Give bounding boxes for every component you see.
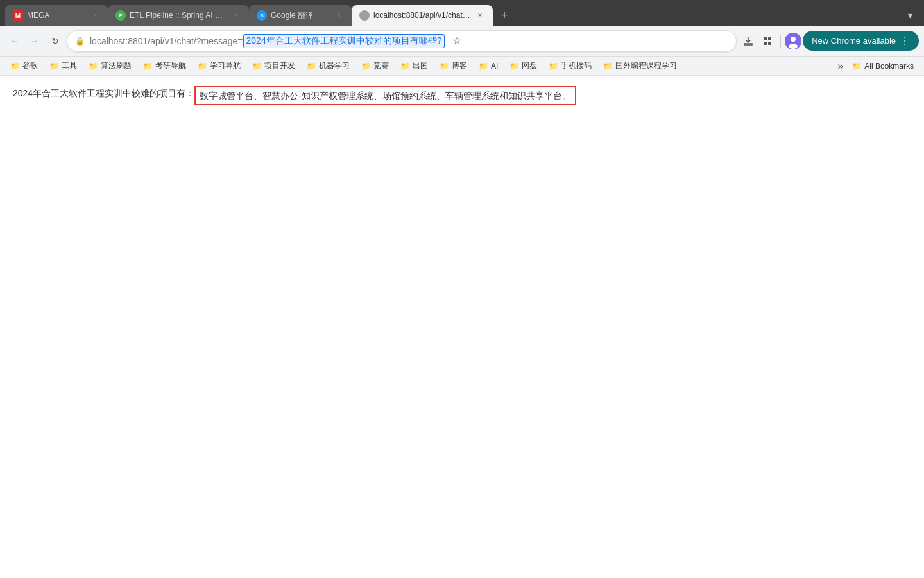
bookmark-label-contest: 竞赛 <box>373 60 389 71</box>
bookmark-label-study-nav: 考研导航 <box>155 60 186 71</box>
folder-icon-google: 📁 <box>10 62 20 71</box>
bookmark-project[interactable]: 📁 项目开发 <box>247 59 300 73</box>
tab-label-localhost: localhost:8801/api/v1/chat/?m... <box>373 11 471 20</box>
url-display: localhost:8801/api/v1/chat/?message=2024… <box>90 34 445 48</box>
svg-point-9 <box>791 37 796 42</box>
bookmark-label-blog: 博客 <box>452 60 467 71</box>
folder-icon-blog: 📁 <box>440 62 449 71</box>
svg-rect-6 <box>764 42 767 45</box>
new-chrome-button[interactable]: New Chrome available ⋮ <box>803 31 919 51</box>
bookmark-contest[interactable]: 📁 竞赛 <box>356 59 394 73</box>
download-icon[interactable] <box>739 32 757 50</box>
bookmark-label-ai: AI <box>491 62 498 71</box>
tab-close-localhost[interactable]: × <box>475 10 485 21</box>
tab-localhost[interactable]: localhost:8801/api/v1/chat/?m... × <box>352 5 493 26</box>
tab-favicon-mega: M <box>13 10 23 21</box>
folder-icon-tools: 📁 <box>49 62 59 71</box>
folder-icon-project: 📁 <box>252 62 262 71</box>
svg-rect-7 <box>768 42 771 45</box>
url-prefix: localhost:8801/api/v1/chat/?message= <box>90 36 243 46</box>
bookmark-phone[interactable]: 📁 手机接码 <box>543 59 597 73</box>
bookmark-label-project: 项目开发 <box>264 60 295 71</box>
back-button[interactable]: ← <box>5 32 23 50</box>
bookmark-label-phone: 手机接码 <box>561 60 592 71</box>
forward-button[interactable]: → <box>26 32 44 50</box>
tab-label-mega: MEGA <box>27 11 86 20</box>
folder-icon-study-nav: 📁 <box>143 62 153 71</box>
tab-favicon-etl: E <box>116 10 126 21</box>
tab-bar: M MEGA × E ETL Pipeline :: Spring AI Ref… <box>0 0 924 26</box>
bookmark-google[interactable]: 📁 谷歌 <box>5 59 43 73</box>
bookmarks-more-button[interactable]: » <box>835 59 846 73</box>
folder-icon-all: 📁 <box>852 62 862 71</box>
bookmark-blog[interactable]: 📁 博客 <box>434 59 472 73</box>
page-content: 2024年合工大软件工程实训中较难的项目有： 数字城管平台、智慧办公-知识产权管… <box>0 76 924 116</box>
bookmark-star-icon[interactable]: ☆ <box>452 35 461 47</box>
new-chrome-badge-icon: ⋮ <box>900 35 910 47</box>
folder-icon-abroad: 📁 <box>400 62 410 71</box>
toolbar: ← → ↻ 🔒 localhost:8801/api/v1/chat/?mess… <box>0 26 924 57</box>
bookmark-label-ml: 机器学习 <box>319 60 350 71</box>
new-chrome-label: New Chrome available <box>812 36 896 46</box>
toolbar-right: New Chrome available ⋮ <box>739 31 919 51</box>
svg-rect-5 <box>768 37 771 40</box>
all-bookmarks-label: All Bookmarks <box>864 62 914 71</box>
folder-icon-foreign-coding: 📁 <box>603 62 613 71</box>
reload-button[interactable]: ↻ <box>46 32 64 50</box>
extensions-icon[interactable] <box>758 32 776 50</box>
bookmark-label-learn-nav: 学习导航 <box>210 60 241 71</box>
bookmark-study-nav[interactable]: 📁 考研导航 <box>138 59 191 73</box>
svg-text:G: G <box>260 13 264 18</box>
page-response: 2024年合工大软件工程实训中较难的项目有： 数字城管平台、智慧办公-知识产权管… <box>13 86 911 105</box>
bookmark-ai[interactable]: 📁 AI <box>474 60 503 72</box>
tab-mega[interactable]: M MEGA × <box>5 5 108 26</box>
bookmark-label-drive: 网盘 <box>522 60 537 71</box>
url-query: 2024年合工大软件工程实训中较难的项目有哪些? <box>243 34 445 48</box>
svg-point-10 <box>789 44 798 49</box>
tab-label-etl: ETL Pipeline :: Spring AI Refe... <box>130 11 227 20</box>
bookmark-label-abroad: 出国 <box>413 60 428 71</box>
bookmark-label-tools: 工具 <box>62 60 77 71</box>
folder-icon-algo: 📁 <box>89 62 98 71</box>
bookmarks-bar: 📁 谷歌 📁 工具 📁 算法刷题 📁 考研导航 📁 学习导航 📁 项目开发 📁 … <box>0 57 924 76</box>
bookmark-ml[interactable]: 📁 机器学习 <box>302 59 355 73</box>
tab-expand-button[interactable]: ▾ <box>901 6 919 24</box>
tab-close-etl[interactable]: × <box>231 10 241 21</box>
bookmark-label-google: 谷歌 <box>22 60 38 71</box>
all-bookmarks-button[interactable]: 📁 All Bookmarks <box>847 60 919 72</box>
answer-text: 数字城管平台、智慧办公-知识产权管理系统、场馆预约系统、车辆管理系统和知识共享平… <box>194 86 576 105</box>
tab-favicon-google-translate: G <box>257 10 267 21</box>
tab-close-mega[interactable]: × <box>90 10 100 21</box>
tab-favicon-localhost <box>359 10 370 21</box>
folder-icon-ai: 📁 <box>479 62 488 71</box>
bookmark-foreign-coding[interactable]: 📁 国外编程课程学习 <box>598 59 682 73</box>
bookmark-tools[interactable]: 📁 工具 <box>44 59 82 73</box>
lock-icon: 🔒 <box>75 37 85 46</box>
bookmark-label-foreign-coding: 国外编程课程学习 <box>615 60 677 71</box>
new-tab-button[interactable]: + <box>495 6 513 24</box>
folder-icon-phone: 📁 <box>549 62 558 71</box>
toolbar-divider <box>780 35 781 48</box>
tab-close-google-translate[interactable]: × <box>334 10 344 21</box>
svg-rect-4 <box>764 37 767 40</box>
folder-icon-ml: 📁 <box>307 62 316 71</box>
tab-etl[interactable]: E ETL Pipeline :: Spring AI Refe... × <box>108 5 249 26</box>
tab-label-google-translate: Google 翻译 <box>271 10 330 21</box>
svg-text:E: E <box>119 13 123 18</box>
bookmark-label-algo: 算法刷题 <box>101 60 132 71</box>
folder-icon-learn-nav: 📁 <box>198 62 207 71</box>
bookmark-abroad[interactable]: 📁 出国 <box>395 59 433 73</box>
bookmark-drive[interactable]: 📁 网盘 <box>504 59 542 73</box>
bookmark-algo[interactable]: 📁 算法刷题 <box>83 59 137 73</box>
bookmark-learn-nav[interactable]: 📁 学习导航 <box>193 59 246 73</box>
folder-icon-drive: 📁 <box>509 62 519 71</box>
folder-icon-contest: 📁 <box>361 62 371 71</box>
address-bar[interactable]: 🔒 localhost:8801/api/v1/chat/?message=20… <box>67 30 737 52</box>
tab-google-translate[interactable]: G Google 翻译 × <box>249 5 352 26</box>
question-prefix: 2024年合工大软件工程实训中较难的项目有： <box>13 86 194 100</box>
avatar[interactable] <box>785 33 801 49</box>
